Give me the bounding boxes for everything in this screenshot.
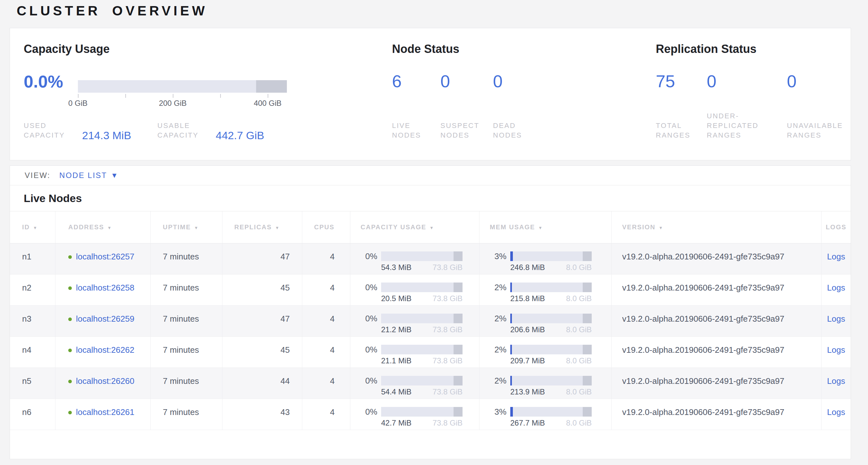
column-header-mem-usage[interactable]: MEM USAGE — [479, 211, 612, 243]
node-uptime-cell: 7 minutes — [151, 399, 222, 430]
tick-label: 400 GiB — [254, 99, 282, 108]
mem-usage-bar — [510, 407, 592, 416]
node-uptime-cell: 7 minutes — [151, 243, 222, 274]
mem-percent-label: 2% — [490, 345, 506, 354]
capacity-bar-end-segment — [256, 80, 287, 93]
capacity-usage-section: Capacity Usage 0.0% 0 GiB 200 GiB — [24, 42, 376, 154]
capacity-used-value: 20.5 MiB — [381, 294, 411, 303]
used-capacity-label: USED CAPACITY — [24, 121, 72, 140]
node-replicas-cell: 47 — [222, 306, 302, 337]
node-address-cell: localhost:26261 — [56, 399, 151, 430]
capacity-usage-title: Capacity Usage — [24, 42, 110, 56]
table-row: n5 localhost:26260 7 minutes 44 4 0% 54.… — [10, 368, 851, 399]
table-body: n1 localhost:26257 7 minutes 47 4 0% 54.… — [10, 243, 851, 430]
capacity-percent-label: 0% — [361, 314, 377, 323]
mem-total-value: 8.0 GiB — [566, 387, 592, 396]
total-ranges-count: 75 — [656, 72, 707, 90]
unavailable-ranges-label: UNAVAILABLE RANGES — [787, 121, 849, 140]
mem-usage-bar-fill — [510, 314, 512, 323]
capacity-total-value: 73.8 GiB — [433, 325, 463, 334]
column-header-address[interactable]: ADDRESS — [56, 211, 151, 243]
capacity-usage-gauge: 0.0% 0 GiB 200 GiB 400 GiB — [24, 72, 287, 108]
mem-total-value: 8.0 GiB — [566, 418, 592, 428]
mem-percent-label: 2% — [490, 314, 506, 323]
mem-used-value: 209.7 MiB — [510, 356, 545, 365]
mem-usage-bar — [510, 345, 592, 354]
mem-usage-bar-end-segment — [583, 345, 592, 354]
node-logs-cell: Logs — [822, 337, 851, 368]
node-capacity-usage-cell: 0% 54.4 MiB 73.8 GiB — [350, 368, 479, 399]
logs-link[interactable]: Logs — [827, 407, 845, 417]
node-status-section: Node Status 6 0 0 LIVE NODES SUSPECT NOD… — [392, 42, 616, 154]
node-version-cell: v19.2.0-alpha.20190606-2491-gfe735c9a97 — [612, 274, 822, 306]
mem-usage-bar — [510, 376, 592, 385]
mem-usage-bar — [510, 283, 592, 292]
replication-status-title: Replication Status — [656, 42, 756, 56]
column-header-capacity-usage[interactable]: CAPACITY USAGE — [350, 211, 479, 243]
node-logs-cell: Logs — [822, 368, 851, 399]
logs-link[interactable]: Logs — [827, 314, 845, 324]
logs-link[interactable]: Logs — [827, 345, 845, 355]
logs-link[interactable]: Logs — [827, 376, 845, 386]
node-address-link[interactable]: localhost:26259 — [76, 314, 134, 324]
capacity-axis-ticks — [78, 93, 287, 98]
mem-usage-bar-end-segment — [583, 314, 592, 323]
capacity-percent-label: 0% — [361, 407, 377, 416]
node-address-link[interactable]: localhost:26260 — [76, 376, 134, 386]
node-address-link[interactable]: localhost:26261 — [76, 407, 134, 417]
column-header-uptime[interactable]: UPTIME — [151, 211, 222, 243]
node-mem-usage-cell: 2% 215.8 MiB 8.0 GiB — [479, 274, 612, 306]
node-mem-usage-cell: 2% 213.9 MiB 8.0 GiB — [479, 368, 612, 399]
node-mem-usage-cell: 3% 246.8 MiB 8.0 GiB — [479, 243, 612, 274]
usable-capacity-label: USABLE CAPACITY — [157, 121, 206, 140]
mem-total-value: 8.0 GiB — [566, 356, 592, 365]
chevron-down-icon — [112, 171, 117, 180]
capacity-percent-label: 0% — [361, 345, 377, 354]
node-address-link[interactable]: localhost:26262 — [76, 345, 134, 355]
node-address-link[interactable]: localhost:26257 — [76, 252, 134, 261]
mem-usage-bar-end-segment — [583, 283, 592, 292]
node-version-cell: v19.2.0-alpha.20190606-2491-gfe735c9a97 — [612, 368, 822, 399]
capacity-used-value: 21.1 MiB — [381, 356, 411, 365]
view-label: VIEW: — [25, 171, 50, 180]
node-capacity-usage-cell: 0% 21.2 MiB 73.8 GiB — [350, 306, 479, 337]
mem-percent-label: 3% — [490, 407, 506, 416]
mem-used-value: 215.8 MiB — [510, 294, 545, 303]
mem-percent-label: 3% — [490, 252, 506, 261]
mem-used-value: 206.6 MiB — [510, 325, 545, 334]
mem-percent-label: 2% — [490, 376, 506, 385]
node-version-cell: v19.2.0-alpha.20190606-2491-gfe735c9a97 — [612, 337, 822, 368]
mem-used-value: 267.7 MiB — [510, 418, 545, 428]
mem-usage-bar-fill — [510, 283, 512, 292]
node-logs-cell: Logs — [822, 274, 851, 306]
node-id-cell: n5 — [10, 368, 56, 399]
mem-usage-bar-fill — [510, 376, 512, 385]
node-live-status-icon — [68, 318, 72, 321]
under-replicated-ranges-count: 0 — [707, 72, 787, 90]
column-header-version[interactable]: VERSION — [612, 211, 822, 243]
capacity-usage-bar-end-segment — [454, 283, 463, 292]
mem-usage-bar-fill — [510, 345, 512, 354]
table-row: n6 localhost:26261 7 minutes 43 4 0% 42.… — [10, 399, 851, 430]
node-version-cell: v19.2.0-alpha.20190606-2491-gfe735c9a97 — [612, 306, 822, 337]
node-address-cell: localhost:26257 — [56, 243, 151, 274]
node-list-panel: VIEW: NODE LIST Live Nodes ID ADDRESS UP… — [10, 166, 851, 459]
node-id-cell: n1 — [10, 243, 56, 274]
node-address-link[interactable]: localhost:26258 — [76, 283, 134, 292]
column-header-id[interactable]: ID — [10, 211, 56, 243]
mem-total-value: 8.0 GiB — [566, 294, 592, 303]
node-live-status-icon — [68, 411, 72, 414]
node-status-title: Node Status — [392, 42, 459, 56]
node-capacity-usage-cell: 0% 21.1 MiB 73.8 GiB — [350, 337, 479, 368]
column-header-replicas[interactable]: REPLICAS — [222, 211, 302, 243]
view-dropdown[interactable]: NODE LIST — [59, 171, 117, 180]
node-live-status-icon — [68, 349, 72, 352]
logs-link[interactable]: Logs — [827, 252, 845, 261]
logs-link[interactable]: Logs — [827, 283, 845, 292]
summary-panel: Capacity Usage 0.0% 0 GiB 200 GiB — [10, 28, 851, 161]
node-id-cell: n4 — [10, 337, 56, 368]
node-cpus-cell: 4 — [302, 399, 350, 430]
node-cpus-cell: 4 — [302, 337, 350, 368]
capacity-usage-bar-end-segment — [454, 407, 463, 416]
mem-percent-label: 2% — [490, 283, 506, 292]
